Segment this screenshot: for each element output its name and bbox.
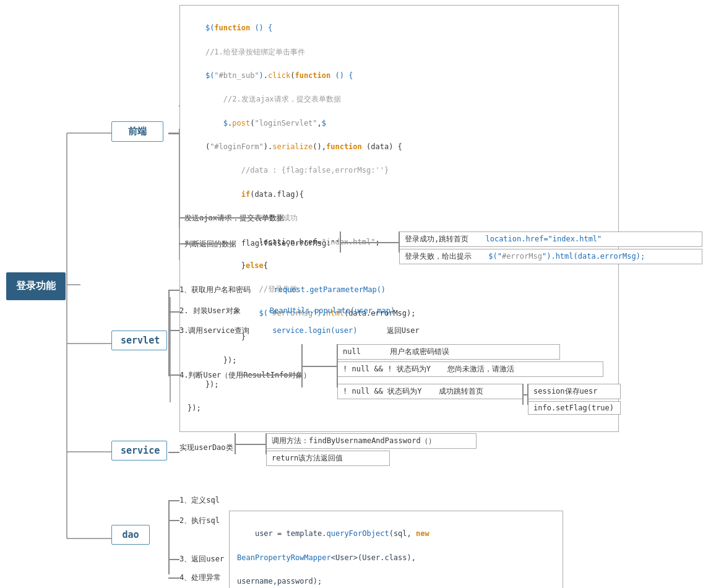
dao-code-block: user = template.queryForObject(sql, new … xyxy=(229,511,563,588)
servlet-step1-code: request.getParameterMap() xyxy=(274,285,386,294)
servlet-step3-return: 返回User xyxy=(387,326,420,335)
flag-box: info.setFlag(true) xyxy=(528,401,621,415)
service-return-box: return该方法返回值 xyxy=(266,451,390,466)
servlet-step1: 1、获取用户名和密码 request.getParameterMap() xyxy=(179,285,386,295)
servlet-step3: 3.调用service查询 service.login(user) 返回User xyxy=(179,326,420,336)
servlet-step2-code: BeanUtils.populate(user,map) xyxy=(270,306,395,315)
notnull-active-box: ! null && 状态码为Y 成功跳转首页 xyxy=(337,384,523,399)
fail-code: $("#errorMsg").html(data.errorMsg); xyxy=(488,252,645,261)
service-method-label: 调用方法：findByUsernameAndPassword（） xyxy=(272,436,436,445)
notnull-active-label: ! null && 状态码为Y xyxy=(343,387,421,396)
service-label1: 实现userDao类 xyxy=(179,443,233,453)
service-return-label: return该方法返回值 xyxy=(272,454,343,462)
fail-box: 登录失败，给出提示 $("#errorMsg").html(data.error… xyxy=(399,249,702,264)
servlet-step4: 4.判断User（使用ResultInfo对象） xyxy=(179,370,311,381)
notnull-active-desc: 成功跳转首页 xyxy=(439,387,483,396)
dao-label: dao xyxy=(111,525,150,545)
notnull-inactive-box: ! null && ! 状态码为Y 您尚未激活，请激活 xyxy=(337,361,603,377)
dao-step4: 4、处理异常 xyxy=(179,573,221,583)
dao-step1: 1、定义sql xyxy=(179,495,220,506)
flag-text: flag:false,errorMsg:'' xyxy=(241,239,340,248)
null-desc: 用户名或密码错误 xyxy=(390,347,449,356)
service-label: service xyxy=(111,441,167,460)
success-code: location.href="index.html" xyxy=(485,235,602,243)
diagram-container: 登录功能 前端 加载完页面执行异步请求 $(function () { //1.… xyxy=(0,0,716,588)
session-box: session保存uesr xyxy=(528,384,621,399)
frontend-label: 前端 xyxy=(111,121,163,142)
service-method-box: 调用方法：findByUsernameAndPassword（） xyxy=(266,433,477,449)
success-box: 登录成功,跳转首页 location.href="index.html" xyxy=(399,231,702,247)
root-node: 登录功能 xyxy=(6,272,66,300)
servlet-step2: 2. 封装User对象 BeanUtils.populate(user,map) xyxy=(179,306,395,316)
flag-label: info.setFlag(true) xyxy=(533,404,614,412)
dao-step3: 3、返回user xyxy=(179,554,224,564)
null-label: null xyxy=(343,347,361,356)
notnull-inactive-label: ! null && ! 状态码为Y xyxy=(343,365,431,373)
notnull-inactive-desc: 您尚未激活，请激活 xyxy=(447,365,514,373)
frontend-annotation3: 判断返回的数据 xyxy=(184,239,236,249)
frontend-annotation2: 发送ajax请求，提交表单数据 xyxy=(184,213,284,223)
fail-label: 登录失败，给出提示 xyxy=(405,252,472,261)
dao-step2: 2、执行sql xyxy=(179,516,220,526)
servlet-step3-code: service.login(user) xyxy=(272,326,357,335)
session-label: session保存uesr xyxy=(533,387,597,396)
null-box: null 用户名或密码错误 xyxy=(337,344,560,360)
success-label: 登录成功,跳转首页 xyxy=(405,235,468,243)
servlet-label: servlet xyxy=(111,331,167,350)
